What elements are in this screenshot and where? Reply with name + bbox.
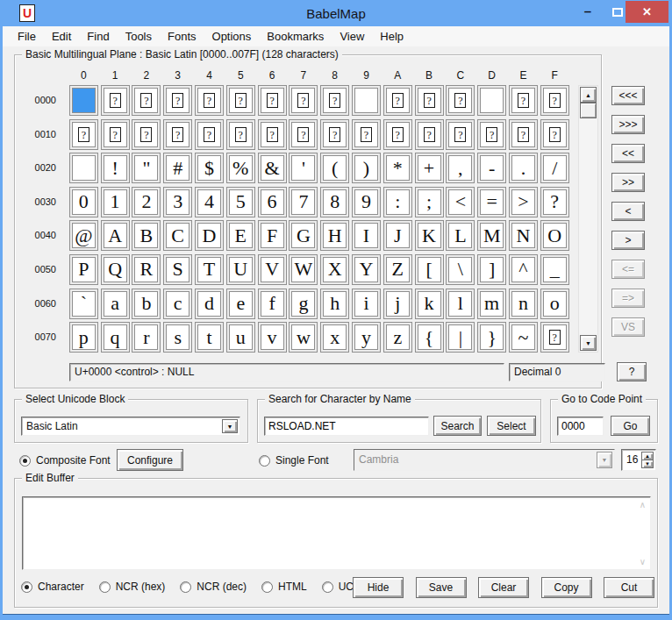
grid-cell-007C[interactable]: | (446, 322, 475, 353)
grid-cell-003B[interactable]: ; (415, 187, 444, 217)
grid-cell-0044[interactable]: D (195, 220, 224, 251)
grid-cell-007B[interactable]: { (415, 322, 444, 353)
grid-cell-0079[interactable]: y (352, 322, 381, 353)
grid-cell-001A[interactable]: ? (383, 119, 412, 150)
grid-cell-001C[interactable]: ? (446, 119, 475, 150)
grid-cell-004A[interactable]: J (383, 220, 412, 251)
grid-cell-0004[interactable]: ? (195, 85, 224, 116)
grid-cell-0054[interactable]: T (195, 254, 224, 285)
minimize-button[interactable]: – (575, 4, 600, 21)
grid-cell-005D[interactable]: ] (477, 254, 506, 285)
go-button[interactable]: Go (611, 416, 650, 436)
grid-cell-002D[interactable]: - (477, 153, 506, 183)
grid-cell-0063[interactable]: c (163, 289, 192, 319)
chevron-down-icon[interactable]: ▼ (222, 419, 238, 433)
grid-cell-005B[interactable]: [ (415, 254, 444, 285)
grid-cell-0064[interactable]: d (195, 289, 224, 319)
grid-cell-003A[interactable]: : (383, 187, 412, 217)
grid-cell-0020[interactable] (69, 153, 98, 183)
mode-radio-ncr-dec-[interactable]: NCR (dec) (180, 581, 247, 593)
grid-cell-002C[interactable]: , (446, 153, 475, 183)
grid-cell-0030[interactable]: 0 (69, 187, 98, 217)
grid-cell-0075[interactable]: u (226, 322, 255, 353)
menu-options[interactable]: Options (204, 26, 260, 46)
grid-cell-0018[interactable]: ? (320, 119, 349, 150)
nav-button-4[interactable]: < (611, 202, 645, 221)
nav-button-5[interactable]: > (611, 231, 645, 250)
grid-cell-0078[interactable]: x (320, 322, 349, 353)
grid-cell-0006[interactable]: ? (258, 85, 287, 116)
grid-cell-003E[interactable]: > (509, 187, 538, 217)
grid-cell-004F[interactable]: O (540, 220, 569, 251)
grid-cell-004E[interactable]: N (509, 220, 538, 251)
grid-cell-0061[interactable]: a (101, 289, 130, 319)
clear-button[interactable]: Clear (478, 577, 529, 598)
grid-cell-0056[interactable]: V (258, 254, 287, 285)
grid-cell-0013[interactable]: ? (163, 119, 192, 150)
menu-bookmarks[interactable]: Bookmarks (259, 26, 332, 46)
grid-cell-007E[interactable]: ~ (509, 322, 538, 353)
grid-cell-007D[interactable]: } (477, 322, 506, 353)
grid-cell-0046[interactable]: F (258, 220, 287, 251)
grid-cell-006D[interactable]: m (477, 289, 506, 319)
grid-cell-0038[interactable]: 8 (320, 187, 349, 217)
grid-cell-0015[interactable]: ? (226, 119, 255, 150)
grid-cell-006A[interactable]: j (383, 289, 412, 319)
grid-cell-0021[interactable]: ! (101, 153, 130, 183)
grid-cell-000E[interactable]: ? (509, 85, 538, 116)
grid-cell-0071[interactable]: q (101, 322, 130, 353)
grid-cell-001D[interactable]: ? (477, 119, 506, 150)
grid-cell-0010[interactable]: ? (69, 119, 98, 150)
grid-cell-005A[interactable]: Z (383, 254, 412, 285)
nav-button-1[interactable]: >>> (611, 115, 645, 134)
codepoint-input[interactable] (557, 417, 604, 436)
grid-cell-0069[interactable]: i (352, 289, 381, 319)
grid-cell-0068[interactable]: h (320, 289, 349, 319)
menu-find[interactable]: Find (79, 26, 117, 46)
grid-cell-0049[interactable]: I (352, 220, 381, 251)
grid-cell-0032[interactable]: 2 (132, 187, 161, 217)
grid-cell-0043[interactable]: C (163, 220, 192, 251)
grid-cell-0003[interactable]: ? (163, 85, 192, 116)
grid-cell-003C[interactable]: < (446, 187, 475, 217)
grid-cell-0011[interactable]: ? (101, 119, 130, 150)
grid-cell-0062[interactable]: b (132, 289, 161, 319)
grid-cell-000A[interactable]: ? (383, 85, 412, 116)
grid-cell-0033[interactable]: 3 (163, 187, 192, 217)
grid-cell-002B[interactable]: + (415, 153, 444, 183)
menu-tools[interactable]: Tools (118, 26, 160, 46)
grid-cell-0059[interactable]: Y (352, 254, 381, 285)
mode-radio-html[interactable]: HTML (261, 581, 307, 593)
grid-cell-004D[interactable]: M (477, 220, 506, 251)
select-button[interactable]: Select (487, 416, 536, 436)
grid-cell-0031[interactable]: 1 (101, 187, 130, 217)
grid-cell-006F[interactable]: o (540, 289, 569, 319)
grid-cell-000F[interactable]: ? (540, 85, 569, 116)
scroll-up-icon[interactable]: ▲ (580, 87, 597, 103)
nav-button-3[interactable]: >> (611, 173, 645, 192)
grid-cell-005E[interactable]: ^ (509, 254, 538, 285)
grid-cell-0042[interactable]: B (132, 220, 161, 251)
grid-cell-0025[interactable]: % (226, 153, 255, 183)
grid-cell-0000[interactable] (69, 85, 98, 116)
grid-cell-0041[interactable]: A (101, 220, 130, 251)
grid-cell-0009[interactable] (352, 85, 381, 116)
grid-cell-0019[interactable]: ? (352, 119, 381, 150)
grid-cell-0012[interactable]: ? (132, 119, 161, 150)
grid-cell-0026[interactable]: & (258, 153, 287, 183)
nav-button-0[interactable]: <<< (611, 86, 645, 105)
grid-cell-0065[interactable]: e (226, 289, 255, 319)
hide-button[interactable]: Hide (353, 577, 404, 598)
grid-cell-0047[interactable]: G (289, 220, 318, 251)
grid-cell-0051[interactable]: Q (101, 254, 130, 285)
scroll-down-icon[interactable]: ▼ (580, 335, 597, 351)
mode-radio-ncr-hex-[interactable]: NCR (hex) (99, 581, 166, 593)
grid-cell-0073[interactable]: s (163, 322, 192, 353)
grid-cell-006B[interactable]: k (415, 289, 444, 319)
grid-cell-0040[interactable]: @ (69, 220, 98, 251)
configure-button[interactable]: Configure (117, 449, 183, 471)
grid-cell-0072[interactable]: r (132, 322, 161, 353)
mode-radio-character[interactable]: Character (21, 581, 84, 593)
help-button[interactable]: ? (617, 362, 647, 381)
menu-help[interactable]: Help (372, 26, 411, 46)
